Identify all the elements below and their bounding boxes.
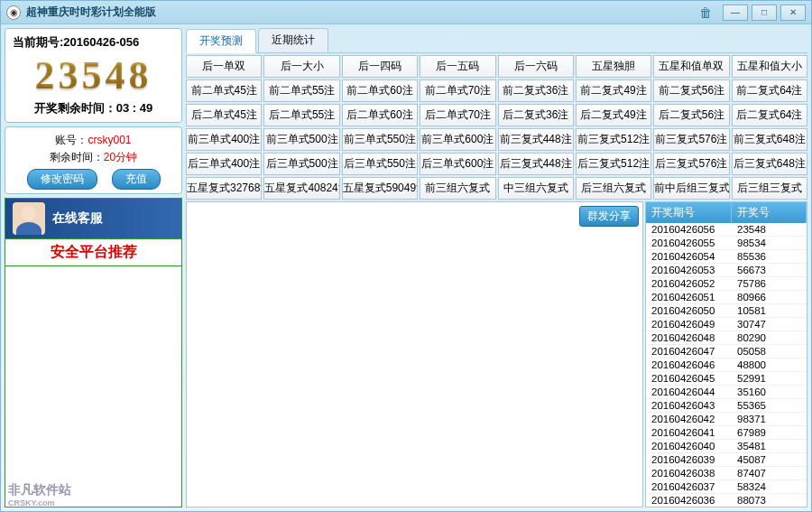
bet-option-button[interactable]: 后三复式648注 bbox=[732, 153, 807, 175]
bet-option-button[interactable]: 后三组六复式 bbox=[576, 177, 651, 200]
bet-option-button[interactable]: 后三复式512注 bbox=[576, 153, 651, 175]
recharge-button[interactable]: 充值 bbox=[112, 169, 161, 190]
history-number: 55365 bbox=[732, 399, 807, 412]
history-number: 88073 bbox=[732, 494, 807, 507]
bet-option-button[interactable]: 前三复式648注 bbox=[732, 128, 807, 151]
bet-option-button[interactable]: 后三单式400注 bbox=[186, 153, 262, 175]
bet-option-button[interactable]: 后二复式49注 bbox=[576, 104, 651, 126]
bet-option-button[interactable]: 中三组六复式 bbox=[498, 177, 574, 200]
bet-option-button[interactable]: 后二单式45注 bbox=[186, 104, 262, 126]
app-window: ◉ 超神重庆时时彩计划全能版 🗑 — □ ✕ 当前期号:20160426-056… bbox=[0, 0, 812, 512]
bet-option-button[interactable]: 后一五码 bbox=[420, 55, 495, 78]
history-period: 20160426036 bbox=[646, 494, 732, 507]
promo-panel: 在线客服 安全平台推荐 bbox=[5, 198, 182, 507]
share-button[interactable]: 群发分享 bbox=[579, 206, 639, 227]
bet-option-button[interactable]: 五星独胆 bbox=[576, 55, 651, 78]
grid-row: 后一单双后一大小后一四码后一五码后一六码五星独胆五星和值单双五星和值大小 bbox=[186, 55, 807, 78]
minimize-button[interactable]: — bbox=[723, 5, 748, 21]
bet-option-button[interactable]: 后三单式500注 bbox=[263, 153, 339, 175]
bet-option-button[interactable]: 前三复式448注 bbox=[498, 128, 574, 151]
bet-option-button[interactable]: 后二单式70注 bbox=[420, 104, 495, 126]
bet-option-button[interactable]: 五星复式40824注 bbox=[263, 177, 339, 200]
promo-banner[interactable]: 在线客服 bbox=[5, 199, 181, 238]
bet-option-button[interactable]: 前三单式550注 bbox=[342, 128, 418, 151]
bet-option-button[interactable]: 后二复式36注 bbox=[498, 104, 574, 126]
bet-option-button[interactable]: 后一六码 bbox=[498, 55, 574, 78]
bet-option-button[interactable]: 前二复式64注 bbox=[732, 79, 807, 102]
tabs: 开奖预测 近期统计 bbox=[186, 28, 807, 53]
tab-prediction[interactable]: 开奖预测 bbox=[186, 29, 256, 53]
bet-option-button[interactable]: 后二复式56注 bbox=[653, 104, 729, 126]
history-number: 30747 bbox=[732, 318, 807, 330]
history-number: 23548 bbox=[732, 223, 807, 236]
history-number: 87407 bbox=[732, 467, 807, 479]
modify-password-button[interactable]: 修改密码 bbox=[27, 169, 97, 190]
history-period: 20160426037 bbox=[646, 480, 732, 493]
online-service-label: 在线客服 bbox=[52, 210, 103, 227]
bet-option-button[interactable]: 前二复式36注 bbox=[498, 79, 574, 102]
bet-option-button[interactable]: 前三复式576注 bbox=[653, 128, 729, 151]
history-panel: 开奖期号 开奖号 2016042605623548201604260559853… bbox=[645, 201, 807, 507]
bet-option-button[interactable]: 后三复式448注 bbox=[498, 153, 574, 175]
bet-option-button[interactable]: 后二复式64注 bbox=[732, 104, 807, 126]
history-number: 10581 bbox=[732, 304, 807, 317]
bet-option-button[interactable]: 前二单式55注 bbox=[263, 79, 339, 102]
bet-option-button[interactable]: 前中后组三复式 bbox=[653, 177, 729, 200]
history-period: 20160426050 bbox=[646, 304, 732, 317]
bet-option-button[interactable]: 前二单式60注 bbox=[342, 79, 418, 102]
maximize-button[interactable]: □ bbox=[752, 5, 777, 21]
bet-option-button[interactable]: 五星复式59049注 bbox=[342, 177, 418, 200]
history-row: 2016042603887407 bbox=[646, 467, 807, 480]
history-period: 20160426044 bbox=[646, 386, 732, 398]
history-row: 2016042605623548 bbox=[646, 223, 807, 237]
bet-option-button[interactable]: 前二单式45注 bbox=[186, 79, 262, 102]
bet-option-button[interactable]: 前三组六复式 bbox=[420, 177, 495, 200]
bet-option-button[interactable]: 前二复式56注 bbox=[653, 79, 729, 102]
history-period: 20160426041 bbox=[646, 426, 732, 439]
bet-option-button[interactable]: 前三单式400注 bbox=[186, 128, 262, 151]
history-number: 35481 bbox=[732, 440, 807, 452]
remain-line: 剩余时间：20分钟 bbox=[9, 150, 178, 165]
app-icon: ◉ bbox=[6, 5, 21, 20]
bet-option-button[interactable]: 后一四码 bbox=[342, 55, 418, 78]
history-row: 2016042604355365 bbox=[646, 399, 807, 413]
bet-option-button[interactable]: 后二单式55注 bbox=[263, 104, 339, 126]
bet-option-button[interactable]: 后一大小 bbox=[263, 55, 339, 78]
bet-grid: 后一单双后一大小后一四码后一五码后一六码五星独胆五星和值单双五星和值大小前二单式… bbox=[186, 55, 807, 200]
history-number: 58324 bbox=[732, 480, 807, 493]
bet-option-button[interactable]: 后二单式60注 bbox=[342, 104, 418, 126]
bet-option-button[interactable]: 五星和值大小 bbox=[732, 55, 807, 78]
bet-option-button[interactable]: 前三单式600注 bbox=[420, 128, 495, 151]
bet-option-button[interactable]: 五星复式32768注 bbox=[186, 177, 262, 200]
bet-option-button[interactable]: 后三复式576注 bbox=[653, 153, 729, 175]
bet-option-button[interactable]: 前二单式70注 bbox=[420, 79, 495, 102]
history-number: 45087 bbox=[732, 453, 807, 466]
recycle-icon[interactable]: 🗑 bbox=[697, 5, 714, 21]
history-row: 2016042605010581 bbox=[646, 304, 807, 318]
history-row: 2016042604930747 bbox=[646, 318, 807, 331]
history-col-period: 开奖期号 bbox=[646, 202, 732, 223]
bet-option-button[interactable]: 前三复式512注 bbox=[576, 128, 651, 151]
history-number: 80290 bbox=[732, 331, 807, 344]
bet-option-button[interactable]: 后三单式600注 bbox=[420, 153, 495, 175]
history-row: 2016042604435160 bbox=[646, 386, 807, 399]
bet-option-button[interactable]: 前二复式49注 bbox=[576, 79, 651, 102]
grid-row: 五星复式32768注五星复式40824注五星复式59049注前三组六复式中三组六… bbox=[186, 177, 807, 200]
history-number: 56673 bbox=[732, 264, 807, 276]
countdown: 开奖剩余时间：03 : 49 bbox=[9, 98, 178, 118]
bet-option-button[interactable]: 后三单式550注 bbox=[342, 153, 418, 175]
history-body[interactable]: 2016042605623548201604260559853420160426… bbox=[646, 223, 807, 507]
history-row: 2016042605598534 bbox=[646, 237, 807, 250]
content: 当前期号:20160426-056 23548 开奖剩余时间：03 : 49 账… bbox=[1, 24, 811, 511]
bet-option-button[interactable]: 五星和值单双 bbox=[653, 55, 729, 78]
bet-option-button[interactable]: 前三单式500注 bbox=[263, 128, 339, 151]
bet-option-button[interactable]: 后三组三复式 bbox=[732, 177, 807, 200]
left-column: 当前期号:20160426-056 23548 开奖剩余时间：03 : 49 账… bbox=[1, 24, 186, 511]
tab-stats[interactable]: 近期统计 bbox=[258, 28, 328, 52]
history-period: 20160426048 bbox=[646, 331, 732, 344]
history-number: 85536 bbox=[732, 250, 807, 263]
bet-option-button[interactable]: 后一单双 bbox=[186, 55, 262, 78]
close-button[interactable]: ✕ bbox=[780, 5, 806, 21]
current-number: 23548 bbox=[9, 52, 178, 98]
history-row: 2016042604035481 bbox=[646, 440, 807, 453]
